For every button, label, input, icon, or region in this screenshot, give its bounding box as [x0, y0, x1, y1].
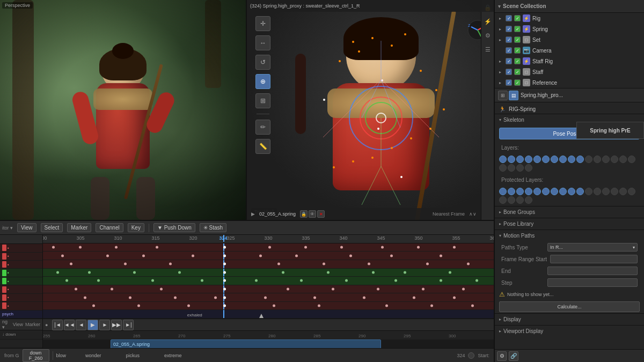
select-menu[interactable]: Select [41, 223, 63, 232]
next-keyframe-btn[interactable]: ▶▶ [111, 320, 122, 330]
player-8[interactable] [559, 188, 567, 195]
layer-17[interactable] [499, 164, 507, 172]
player-15[interactable] [619, 188, 627, 195]
layer-13[interactable] [602, 156, 610, 163]
player-7[interactable] [551, 188, 558, 195]
play-btn[interactable]: ▶ [87, 320, 98, 330]
player-2[interactable] [508, 188, 515, 195]
channel-menu[interactable]: Channel [96, 223, 123, 232]
staff-rig-checkbox[interactable]: ✓ [506, 58, 512, 64]
player-1[interactable] [499, 188, 507, 195]
transform-tool[interactable]: ⊞ [255, 93, 270, 108]
ref-vis-checkbox[interactable]: ✓ [514, 79, 521, 86]
view-menu[interactable]: View [17, 223, 36, 232]
filter-icon[interactable]: ☰ [482, 44, 493, 55]
viewport-left[interactable]: Perspective [0, 0, 247, 220]
bone-groups-header[interactable]: ▸ Bone Groups [495, 206, 644, 218]
layer-2[interactable] [508, 156, 515, 163]
rec-btn[interactable]: ✕ [317, 210, 325, 218]
scene-item-reference[interactable]: ▸ ✓ ✓ □ Reference [495, 77, 644, 88]
annotate-tool[interactable]: ✏ [255, 120, 270, 135]
player-19[interactable] [516, 196, 524, 204]
camera-checkbox[interactable]: ✓ [506, 47, 512, 54]
nla-content[interactable]: ● |◄ ◄◄ ◄ ▶ ► ▶▶ ►| 255 [43, 319, 494, 348]
set-vis-checkbox[interactable]: ✓ [514, 36, 521, 43]
step-value[interactable] [547, 278, 638, 287]
motion-paths-header[interactable]: ▾ Motion Paths [495, 230, 644, 241]
vis-btn[interactable]: 👁 [309, 210, 316, 218]
layer-5[interactable] [533, 156, 541, 163]
bone-icon[interactable]: ⚡ [482, 16, 493, 27]
layer-11[interactable] [585, 156, 592, 163]
player-20[interactable] [525, 196, 532, 204]
jump-end-btn[interactable]: ►| [123, 320, 134, 330]
staff-rig-vis-checkbox[interactable]: ✓ [514, 58, 521, 64]
layer-4[interactable] [525, 156, 532, 163]
player-6[interactable] [542, 188, 550, 195]
player-16[interactable] [628, 188, 635, 195]
next-frame-btn[interactable]: ► [99, 320, 110, 330]
player-5[interactable] [533, 188, 541, 195]
layer-8[interactable] [559, 156, 567, 163]
nla-action-strip[interactable]: 02_055_A.spring [111, 339, 381, 348]
scene-item-spring[interactable]: ▸ ✓ ✓ ⚡ Spring [495, 24, 644, 34]
ref-checkbox[interactable]: ✓ [506, 79, 512, 86]
frame-down-input[interactable]: down F_260 [23, 349, 49, 362]
player-11[interactable] [585, 188, 592, 195]
measure-tool[interactable]: 📏 [255, 139, 270, 154]
player-14[interactable] [611, 188, 618, 195]
layer-14[interactable] [611, 156, 618, 163]
stash-btn[interactable]: ✳ Stash [200, 223, 226, 232]
key-menu[interactable]: Key [128, 223, 144, 232]
layer-15[interactable] [619, 156, 627, 163]
player-9[interactable] [568, 188, 575, 195]
rotate-tool[interactable]: ↺ [255, 55, 270, 70]
set-checkbox[interactable]: ✓ [506, 36, 512, 43]
viewport-right[interactable]: (324) Spring.high_proxy : sweater_sleeve… [247, 0, 494, 220]
move-tool[interactable]: ↔ [255, 35, 270, 50]
player-17[interactable] [499, 196, 507, 204]
mode-icon-2[interactable]: ▤ [509, 91, 518, 100]
mode-icon-1[interactable]: ⊞ [498, 91, 508, 100]
player-10[interactable] [576, 188, 584, 195]
paths-type-value[interactable]: In R... ▾ [547, 243, 638, 252]
layer-16[interactable] [628, 156, 635, 163]
display-section-header[interactable]: ▸ Display [495, 313, 644, 325]
layer-7[interactable] [551, 156, 558, 163]
scene-item-rig[interactable]: ▸ ✓ ✓ ⚡ Rig [495, 13, 644, 24]
layer-19[interactable] [516, 164, 524, 172]
prev-frame-btn[interactable]: ◄ [76, 320, 86, 330]
scene-item-set[interactable]: ▸ ✓ ✓ □ Set [495, 34, 644, 45]
layer-6[interactable] [542, 156, 550, 163]
player-12[interactable] [594, 188, 601, 195]
layer-10[interactable] [576, 156, 584, 163]
prev-keyframe-btn[interactable]: ◄◄ [64, 320, 75, 330]
nla-view-btn[interactable]: View [13, 322, 23, 327]
scene-item-camera[interactable]: ✓ ✓ 📷 Camera [495, 45, 644, 56]
spring-checkbox[interactable]: ✓ [506, 26, 512, 32]
player-4[interactable] [525, 188, 532, 195]
frame-start-value[interactable] [550, 255, 638, 263]
jump-start-btn[interactable]: |◄ [52, 320, 63, 330]
rig-checkbox[interactable]: ✓ [506, 15, 512, 21]
layer-1[interactable] [499, 156, 507, 163]
lock-btn[interactable]: 🔒 [300, 210, 308, 218]
props-icon-2[interactable]: 🔗 [509, 351, 518, 361]
cursor-tool[interactable]: ✛ [255, 16, 270, 31]
layer-3[interactable] [516, 156, 524, 163]
push-down-btn[interactable]: ▼ Push Down [153, 223, 195, 232]
staff-vis-checkbox[interactable]: ✓ [514, 69, 521, 75]
player-18[interactable] [508, 196, 515, 204]
layer-12[interactable] [594, 156, 601, 163]
spring-vis-checkbox[interactable]: ✓ [514, 26, 521, 32]
player-13[interactable] [602, 188, 610, 195]
marker-menu[interactable]: Marker [67, 223, 91, 232]
camera-vis-checkbox[interactable]: ✓ [514, 47, 521, 54]
timeline-content[interactable]: 300 305 310 315 320 324 325 330 335 340 … [43, 235, 494, 319]
props-icon-1[interactable]: ⚙ [497, 351, 507, 361]
layer-18[interactable] [508, 164, 515, 172]
layer-20[interactable] [525, 164, 532, 172]
scene-item-staff-rig[interactable]: ▸ ✓ ✓ ⚡ Staff Rig [495, 56, 644, 67]
scale-tool[interactable]: ⊕ [255, 74, 270, 89]
nla-marker-btn[interactable]: Marker [25, 322, 40, 327]
